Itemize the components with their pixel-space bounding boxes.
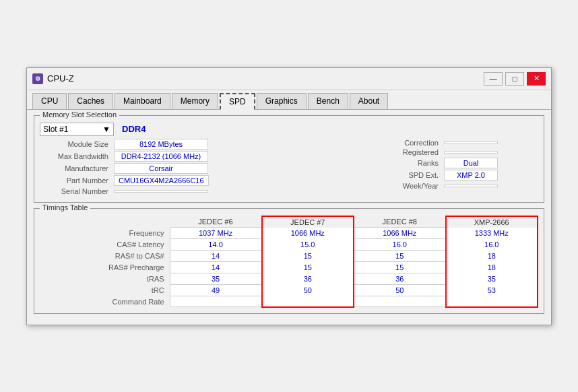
window-title: CPU-Z bbox=[47, 73, 74, 84]
memory-slot-group-label: Memory Slot Selection bbox=[40, 110, 119, 119]
jedec6-value bbox=[170, 296, 261, 307]
timing-row-label: Frequency bbox=[40, 228, 170, 239]
title-bar-left: ⚙ CPU-Z bbox=[32, 73, 74, 84]
col-header-jedec8: JEDEC #8 bbox=[354, 216, 445, 228]
jedec8-value: 36 bbox=[354, 273, 445, 285]
col-header-xmp2666: XMP-2666 bbox=[446, 216, 538, 228]
timings-group-label: Timings Table bbox=[40, 203, 90, 211]
jedec6-value: 1037 MHz bbox=[170, 228, 261, 239]
module-size-value: 8192 MBytes bbox=[114, 139, 208, 150]
jedec7-value: 15 bbox=[262, 251, 354, 262]
registered-label: Registered bbox=[390, 148, 444, 156]
jedec8-value: 15 bbox=[354, 262, 445, 273]
correction-value bbox=[444, 141, 498, 144]
tab-mainboard[interactable]: Mainboard bbox=[115, 93, 170, 109]
module-size-label: Module Size bbox=[40, 140, 114, 148]
jedec8-value: 15 bbox=[354, 251, 445, 262]
jedec6-value: 14.0 bbox=[170, 239, 261, 251]
title-bar: ⚙ CPU-Z — □ ✕ bbox=[27, 68, 551, 90]
max-bandwidth-row: Max Bandwidth DDR4-2132 (1066 MHz) bbox=[40, 151, 377, 162]
jedec8-value: 50 bbox=[354, 285, 445, 296]
tab-cpu[interactable]: CPU bbox=[32, 93, 67, 109]
slot-selector[interactable]: Slot #1 ▼ bbox=[40, 123, 114, 136]
title-buttons: — □ ✕ bbox=[484, 72, 546, 86]
jedec8-value: 1066 MHz bbox=[354, 228, 445, 239]
max-bandwidth-value: DDR4-2132 (1066 MHz) bbox=[114, 151, 208, 162]
xmp2666-value: 53 bbox=[446, 285, 538, 296]
tab-memory[interactable]: Memory bbox=[172, 93, 218, 109]
jedec6-value: 49 bbox=[170, 285, 261, 296]
manufacturer-label: Manufacturer bbox=[40, 164, 114, 172]
jedec7-value: 36 bbox=[262, 273, 354, 285]
tab-about[interactable]: About bbox=[350, 93, 388, 109]
week-year-label: Week/Year bbox=[390, 182, 444, 190]
xmp2666-value: 1333 MHz bbox=[446, 228, 538, 239]
slot-label: Slot #1 bbox=[43, 125, 68, 134]
tab-bar: CPU Caches Mainboard Memory SPD Graphics… bbox=[27, 90, 551, 110]
part-number-row: Part Number CMU16GX4M2A2666C16 bbox=[40, 175, 377, 186]
xmp2666-value: 35 bbox=[446, 273, 538, 285]
max-bandwidth-label: Max Bandwidth bbox=[40, 152, 114, 160]
col-header-empty bbox=[40, 216, 170, 228]
registered-row: Registered bbox=[390, 148, 538, 156]
module-size-row: Module Size 8192 MBytes bbox=[40, 139, 377, 150]
xmp2666-value: 18 bbox=[446, 251, 538, 262]
tab-spd[interactable]: SPD bbox=[220, 93, 255, 110]
ranks-value: Dual bbox=[444, 158, 498, 168]
tab-caches[interactable]: Caches bbox=[68, 93, 113, 109]
main-window: ⚙ CPU-Z — □ ✕ CPU Caches Mainboard Memor… bbox=[26, 67, 552, 325]
jedec7-value: 15 bbox=[262, 262, 354, 273]
jedec6-value: 14 bbox=[170, 251, 261, 262]
timing-row-label: CAS# Latency bbox=[40, 239, 170, 251]
maximize-button[interactable]: □ bbox=[505, 72, 524, 86]
jedec6-value: 14 bbox=[170, 262, 261, 273]
tab-bench[interactable]: Bench bbox=[308, 93, 348, 109]
spd-ext-value: XMP 2.0 bbox=[444, 170, 498, 181]
week-year-value bbox=[444, 185, 498, 187]
left-module-info: Module Size 8192 MBytes Max Bandwidth DD… bbox=[40, 139, 377, 197]
serial-number-value bbox=[114, 190, 208, 193]
close-button[interactable]: ✕ bbox=[527, 72, 546, 86]
timing-row-label: Command Rate bbox=[40, 296, 170, 307]
ddr-type-value: DDR4 bbox=[122, 124, 146, 134]
jedec8-value bbox=[354, 296, 445, 307]
correction-row: Correction bbox=[390, 139, 538, 147]
timing-row-label: tRC bbox=[40, 285, 170, 296]
app-icon: ⚙ bbox=[32, 73, 43, 84]
dropdown-arrow-icon: ▼ bbox=[102, 125, 110, 134]
manufacturer-row: Manufacturer Corsair bbox=[40, 163, 377, 174]
registered-value bbox=[444, 151, 498, 154]
week-year-row: Week/Year bbox=[390, 182, 538, 190]
col-header-jedec6: JEDEC #6 bbox=[170, 216, 261, 228]
minimize-button[interactable]: — bbox=[484, 72, 503, 86]
jedec7-value: 1066 MHz bbox=[262, 228, 354, 239]
ranks-row: Ranks Dual bbox=[390, 158, 538, 168]
tab-graphics[interactable]: Graphics bbox=[257, 93, 307, 109]
slot-row: Slot #1 ▼ DDR4 bbox=[40, 123, 538, 136]
part-number-value: CMU16GX4M2A2666C16 bbox=[114, 175, 209, 186]
spd-ext-label: SPD Ext. bbox=[390, 171, 444, 179]
timings-group: Timings Table JEDEC #6 JEDEC #7 JEDEC #8… bbox=[34, 208, 544, 314]
jedec7-value: 50 bbox=[262, 285, 354, 296]
xmp2666-value: 18 bbox=[446, 262, 538, 273]
col-header-jedec7: JEDEC #7 bbox=[262, 216, 354, 228]
timing-row-label: tRAS bbox=[40, 273, 170, 285]
jedec8-value: 16.0 bbox=[354, 239, 445, 251]
right-module-info: Correction Registered Ranks Dual SPD Ext… bbox=[390, 139, 538, 197]
jedec7-value bbox=[262, 296, 354, 307]
jedec6-value: 35 bbox=[170, 273, 261, 285]
memory-slot-group: Memory Slot Selection Slot #1 ▼ DDR4 Mod… bbox=[34, 115, 544, 203]
xmp2666-value: 16.0 bbox=[446, 239, 538, 251]
serial-number-label: Serial Number bbox=[40, 187, 114, 195]
jedec7-value: 15.0 bbox=[262, 239, 354, 251]
manufacturer-value: Corsair bbox=[114, 163, 208, 174]
spd-content: Memory Slot Selection Slot #1 ▼ DDR4 Mod… bbox=[27, 110, 551, 325]
spd-ext-row: SPD Ext. XMP 2.0 bbox=[390, 170, 538, 181]
part-number-label: Part Number bbox=[40, 176, 114, 185]
correction-label: Correction bbox=[390, 139, 444, 147]
timing-row-label: RAS# to CAS# bbox=[40, 251, 170, 262]
timing-row-label: RAS# Precharge bbox=[40, 262, 170, 273]
serial-number-row: Serial Number bbox=[40, 187, 377, 195]
ranks-label: Ranks bbox=[390, 159, 444, 167]
module-details: Module Size 8192 MBytes Max Bandwidth DD… bbox=[40, 139, 538, 197]
